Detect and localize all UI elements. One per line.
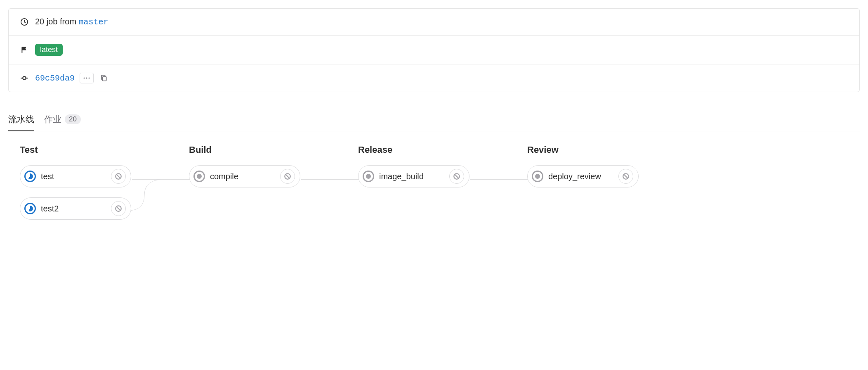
job-name-label: test	[41, 172, 103, 181]
expand-commit-button[interactable]	[80, 73, 94, 83]
svg-point-3	[86, 78, 87, 79]
status-created-icon	[193, 171, 205, 182]
svg-point-4	[89, 78, 90, 79]
cancel-job-button[interactable]	[111, 201, 126, 216]
pipeline-stages: Test test test2 Build compile	[8, 145, 860, 220]
job-name-label: image_build	[379, 172, 441, 181]
job-deploy-review[interactable]: deploy_review	[527, 165, 639, 187]
job-name-label: test2	[41, 204, 103, 213]
svg-point-1	[23, 76, 26, 80]
job-compile[interactable]: compile	[189, 165, 300, 187]
commit-icon	[20, 74, 28, 82]
stage-title: Release	[358, 145, 469, 155]
cancel-job-button[interactable]	[111, 169, 126, 184]
stage-test: Test test test2	[20, 145, 131, 220]
branch-link[interactable]: master	[79, 17, 108, 27]
stage-title: Review	[527, 145, 639, 155]
cancel-job-button[interactable]	[280, 169, 295, 184]
job-test2[interactable]: test2	[20, 197, 131, 220]
stage-title: Build	[189, 145, 300, 155]
stage-connector-curve	[128, 179, 169, 212]
stage-build: Build compile	[189, 145, 300, 220]
job-image-build[interactable]: image_build	[358, 165, 469, 187]
pipeline-tabs: 流水线 作业 20	[8, 109, 860, 131]
clock-icon	[20, 18, 28, 26]
tab-jobs-count: 20	[65, 114, 81, 124]
tab-jobs-label: 作业	[44, 114, 61, 125]
svg-point-2	[84, 78, 85, 79]
stage-jobs: deploy_review	[527, 165, 639, 187]
pipeline-info-card: 20 job from master latest 69c59da9	[8, 8, 860, 92]
stage-jobs: image_build	[358, 165, 469, 187]
status-created-icon	[363, 171, 374, 182]
commit-row: 69c59da9	[9, 64, 859, 92]
tab-jobs[interactable]: 作业 20	[44, 109, 81, 131]
stage-jobs: test test2	[20, 165, 131, 220]
stage-jobs: compile	[189, 165, 300, 187]
stage-release: Release image_build	[358, 145, 469, 220]
job-count-row: 20 job from master	[9, 9, 859, 36]
cancel-job-button[interactable]	[618, 169, 633, 184]
stage-connector	[301, 179, 363, 180]
stage-title: Test	[20, 145, 131, 155]
tab-pipeline[interactable]: 流水线	[8, 109, 34, 131]
latest-badge: latest	[35, 44, 63, 56]
latest-row: latest	[9, 36, 859, 64]
status-created-icon	[532, 171, 543, 182]
job-name-label: compile	[210, 172, 272, 181]
job-count-text: 20 job from master	[35, 17, 108, 27]
flag-icon	[20, 46, 28, 54]
status-running-icon	[24, 203, 36, 214]
commit-sha-link[interactable]: 69c59da9	[35, 74, 75, 83]
svg-rect-5	[103, 77, 106, 81]
stage-connector	[470, 179, 532, 180]
stage-review: Review deploy_review	[527, 145, 639, 220]
copy-sha-button[interactable]	[99, 73, 109, 83]
commit-actions: 69c59da9	[35, 73, 109, 83]
status-running-icon	[24, 171, 36, 182]
tab-pipeline-label: 流水线	[8, 114, 34, 125]
job-test[interactable]: test	[20, 165, 131, 187]
job-name-label: deploy_review	[548, 172, 610, 181]
cancel-job-button[interactable]	[449, 169, 464, 184]
